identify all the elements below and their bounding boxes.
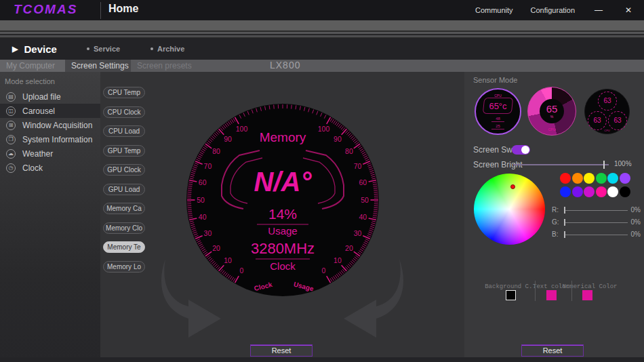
sidebar-item-window-acquisition[interactable]: ⊞Window Acquisition [0, 118, 100, 132]
nav-item-device[interactable]: ▶ Device [12, 43, 57, 55]
divider [571, 281, 572, 301]
titlebar-divider [100, 2, 101, 19]
gauge-usage-value: 14% [268, 206, 297, 222]
panel-reset-button[interactable]: Reset [521, 344, 584, 357]
numerical-color-swatch[interactable] [582, 290, 592, 300]
mode-sidebar: Mode selection ▤Upload file◫Carousel⊞Win… [0, 72, 100, 362]
gauge-scale-number: 10 [224, 256, 232, 264]
sidebar-item-label: Window Acquisition [22, 121, 92, 130]
palette-swatch[interactable] [560, 173, 571, 184]
screen-switch-toggle[interactable] [512, 145, 530, 155]
arc-gauge-center: 65 % [540, 99, 564, 123]
gauge-scale-number: 60 [359, 178, 367, 186]
sidebar-header: Mode selection [0, 72, 100, 89]
rgb-slider-handle[interactable] [564, 207, 565, 214]
close-icon[interactable]: ✕ [622, 5, 635, 15]
gauge-scale-number: 40 [199, 213, 207, 221]
gauge-title: Memory [260, 130, 306, 144]
metric-button-memory-te[interactable]: Memory Te [103, 241, 145, 253]
gauge-scale-number: 70 [204, 162, 212, 170]
nav-item-service[interactable]: Service [87, 45, 120, 53]
rgb-value: 0% [627, 230, 641, 238]
tab-screen-presets[interactable]: Screen presets [131, 60, 197, 72]
metric-button-cpu-clock[interactable]: CPU Clock [103, 106, 145, 118]
gauge-scale-number: 50 [197, 196, 205, 204]
play-icon: ▶ [12, 45, 18, 54]
rgb-slider-track[interactable] [564, 210, 628, 211]
sidebar-item-clock[interactable]: ◷Clock [0, 161, 100, 175]
rgb-slider-handle[interactable] [564, 219, 565, 226]
palette-swatch[interactable] [596, 173, 607, 184]
community-link[interactable]: Community [475, 6, 513, 14]
sidebar-item-label: System Information [22, 135, 92, 144]
metric-button-memory-ca[interactable]: Memory Ca [103, 203, 145, 214]
titlebar: TCOMAS Home Community Configuration — ✕ [0, 0, 644, 20]
palette-swatch[interactable] [607, 173, 618, 184]
nav-item-archive[interactable]: Archive [150, 45, 184, 53]
sidebar-item-label: Upload file [22, 92, 61, 102]
background-color-swatch[interactable] [506, 290, 516, 300]
palette-swatch[interactable] [584, 173, 595, 184]
metric-button-memory-clo[interactable]: Memory Clo [103, 222, 145, 234]
metric-button-memory-lo[interactable]: Memory Lo [103, 261, 145, 273]
gauge-scale-number: 0 [240, 266, 244, 275]
palette-row-2 [560, 186, 630, 197]
tab-bar: My Computer Screen Settings Screen prese… [0, 60, 644, 72]
text-color-swatch[interactable] [546, 290, 557, 300]
gauge-scale-number: 30 [204, 229, 212, 237]
metric-button-cpu-temp[interactable]: CPU Temp [103, 87, 145, 98]
sidebar-item-upload-file[interactable]: ▤Upload file [0, 89, 100, 104]
gauge-scale-number: 80 [345, 147, 353, 155]
palette-swatch[interactable] [620, 186, 630, 197]
rgb-label: G: [552, 218, 559, 226]
sidebar-item-label: Clock [22, 163, 43, 173]
palette-swatch[interactable] [596, 186, 607, 197]
rgb-slider-track[interactable] [564, 222, 628, 223]
palette-swatch[interactable] [572, 186, 583, 197]
app-window: TCOMAS Home Community Configuration — ✕ … [0, 0, 644, 362]
gauge-scale-number: 70 [354, 162, 362, 170]
sidebar-item-carousel[interactable]: ◫Carousel [0, 104, 100, 118]
palette-swatch[interactable] [620, 173, 630, 184]
gauge-scale-number: 20 [212, 244, 220, 252]
main-content: CPU TempCPU ClockCPU LoadGPU TempGPU Clo… [100, 72, 464, 362]
sensor-mode-triple-preview[interactable]: 63 63 63 CPU [584, 89, 630, 134]
carousel-next-arrow[interactable] [342, 259, 410, 339]
palette-swatch[interactable] [560, 186, 571, 197]
metric-button-gpu-clock[interactable]: GPU Clock [103, 164, 145, 176]
rgb-value: 0% [627, 218, 641, 226]
sensor-mode-dial-preview[interactable]: CPU 65°c 48 25 [475, 88, 521, 135]
screen-bright-value: 100% [614, 160, 632, 167]
palette-swatch[interactable] [607, 186, 618, 197]
metric-button-cpu-load[interactable]: CPU Load [103, 125, 145, 137]
screen-bright-slider[interactable] [513, 164, 609, 165]
sensor-mode-arc-preview[interactable]: 65 % CPU [527, 87, 576, 136]
screen-bright-handle[interactable] [603, 161, 605, 169]
gauge-scale-number: 40 [359, 213, 367, 221]
sidebar-item-system-information[interactable]: ❐System Information [0, 132, 100, 146]
gauge-clock-value: 3280MHz [251, 240, 315, 257]
configuration-link[interactable]: Configuration [531, 6, 575, 14]
rgb-slider-track[interactable] [564, 235, 628, 235]
metric-button-gpu-temp[interactable]: GPU Temp [103, 145, 145, 157]
sidebar-item-weather[interactable]: ☁Weather [0, 146, 100, 161]
rgb-label: B: [552, 230, 558, 238]
window-acquisition-icon: ⊞ [6, 121, 16, 130]
gauge-reset-button[interactable]: Reset [250, 344, 313, 357]
rgb-slider-handle[interactable] [564, 231, 565, 238]
bullet-icon [150, 47, 153, 50]
gauge-usage-label: Usage [268, 225, 297, 237]
tab-my-computer[interactable]: My Computer [0, 60, 65, 72]
palette-swatch[interactable] [572, 173, 583, 184]
rgb-slider-row-b: B:0% [464, 230, 644, 239]
minimize-icon[interactable]: — [592, 5, 605, 15]
metric-button-gpu-load[interactable]: GPU Load [103, 184, 145, 195]
carousel-prev-arrow[interactable] [155, 259, 222, 339]
palette-swatch[interactable] [584, 186, 595, 197]
gauge-scale-number: 50 [361, 196, 369, 204]
tab-screen-settings[interactable]: Screen Settings [65, 60, 131, 72]
gauge-scale-number: 30 [354, 229, 362, 237]
gauge-clock-label: Clock [270, 260, 296, 272]
color-wheel-selector[interactable] [510, 184, 515, 189]
upload-file-icon: ▤ [6, 92, 16, 102]
